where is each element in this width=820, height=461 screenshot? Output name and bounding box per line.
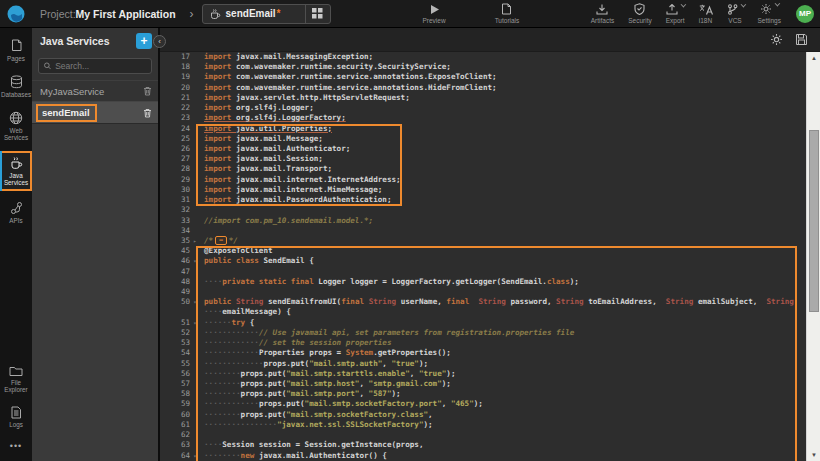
line-number[interactable]: 26 [160,144,190,154]
code-line[interactable]: 48····private static final Logger logger… [160,277,806,287]
line-number[interactable]: 23 [160,113,190,123]
code-line[interactable]: 18import com.wavemaker.runtime.security.… [160,62,806,72]
line-number[interactable]: 51 [160,318,190,328]
code-line[interactable]: 17import javax.mail.MessagingException; [160,52,806,62]
editor-settings-button[interactable] [770,33,783,46]
panel-collapse-button[interactable]: ‹ [153,35,166,48]
code-line[interactable]: 27import javax.mail.Session; [160,154,806,164]
line-number[interactable]: 55 [160,359,190,369]
line-number[interactable]: 47 [160,267,190,277]
editor-body[interactable]: 17import javax.mail.MessagingException;1… [160,52,820,461]
sidebar-item-databases[interactable]: Databases [0,72,32,101]
line-number[interactable]: 54 [160,348,190,358]
line-number[interactable]: 61 [160,420,190,430]
code-line[interactable]: 49 [160,287,806,297]
code-line[interactable]: 59············props.put("mail.smtp.socke… [160,399,806,409]
tab-sendemail[interactable]: sendEmail * [202,4,331,24]
fold-toggle-icon[interactable]: ▾ [190,256,200,266]
code-line[interactable]: 45@ExposeToClient [160,246,806,256]
code-line[interactable]: 55·············props.put("mail.smtp.auth… [160,359,806,369]
line-number[interactable]: 45 [160,246,190,256]
code-line[interactable]: 54············Properties props = System.… [160,348,806,358]
sidebar-item-logs[interactable]: Logs [0,403,32,431]
line-number[interactable]: 58 [160,389,190,399]
line-number[interactable]: 18 [160,62,190,72]
line-number[interactable]: 29 [160,175,190,185]
line-number[interactable]: 22 [160,103,190,113]
code-line[interactable]: 53············// set the session propert… [160,338,806,348]
folded-code-badge[interactable]: ⋯ [215,236,227,245]
code-line[interactable]: 62 [160,430,806,440]
line-number[interactable]: 31 [160,195,190,205]
code-line[interactable]: 51▾······try { [160,318,806,328]
fold-toggle-icon[interactable]: ▸ [190,236,200,246]
service-item-myjavaservice[interactable]: MyJavaService [32,80,158,101]
line-number[interactable]: 60 [160,410,190,420]
line-number[interactable]: 19 [160,72,190,82]
code-line[interactable]: 35▸/*⋯*/ [160,236,806,246]
sidebar-item-apis[interactable]: APIs [0,198,32,227]
code-line[interactable]: 46▾public class SendEmail { [160,256,806,266]
code-line[interactable]: 26import javax.mail.Authenticator; [160,144,806,154]
code-line[interactable]: 24import java.util.Properties; [160,124,806,134]
code-line[interactable]: 20import com.wavemaker.runtime.service.a… [160,83,806,93]
line-number[interactable]: 53 [160,338,190,348]
editor-scrollbar[interactable]: ▲ ▼ [806,52,820,461]
line-number[interactable]: 32 [160,205,190,215]
line-number[interactable]: 56 [160,369,190,379]
code-line[interactable]: 64▾········new javax.mail.Authenticator(… [160,451,806,461]
scrollbar-thumb[interactable] [809,130,820,312]
search-box[interactable] [38,58,152,74]
line-number[interactable]: 21 [160,93,190,103]
vcs-button[interactable]: VCS [727,4,744,24]
fold-toggle-icon[interactable]: ▾ [190,318,200,328]
fold-toggle-icon[interactable]: ▾ [190,451,200,461]
search-input[interactable] [55,61,146,71]
delete-icon[interactable] [143,86,152,96]
line-number[interactable]: 17 [160,52,190,62]
code-line[interactable]: 25import javax.mail.Message; [160,134,806,144]
line-number[interactable] [160,307,190,317]
sidebar-item-file-explorer[interactable]: File Explorer [0,362,32,396]
sidebar-item-web-services[interactable]: Web Services [0,108,32,144]
code-line[interactable]: 23import org.slf4j.LoggerFactory; [160,113,806,123]
code-line[interactable]: 50▾public String sendEmailfromUI(final S… [160,297,806,307]
code-line[interactable]: 60········props.put("mail.smtp.socketFac… [160,410,806,420]
tab-grid-icon[interactable] [306,5,330,23]
artifacts-button[interactable]: Artifacts [591,4,614,24]
line-number[interactable]: 46 [160,256,190,266]
line-number[interactable]: 57 [160,379,190,389]
i18n-button[interactable]: i18N [699,4,713,24]
code-line[interactable]: 34 [160,226,806,236]
line-number[interactable]: 34 [160,226,190,236]
save-button[interactable] [795,33,808,46]
project-breadcrumb[interactable]: Project:My First Application [40,8,176,20]
line-number[interactable]: 49 [160,287,190,297]
code-line[interactable]: 22import org.slf4j.Logger; [160,103,806,113]
user-avatar[interactable]: MP [796,5,814,23]
preview-button[interactable]: Preview [423,4,446,24]
export-button[interactable]: Export [666,4,685,24]
settings-button[interactable]: Settings [758,3,782,24]
code-line[interactable]: 63····Session session = Session.getInsta… [160,440,806,450]
code-line[interactable]: 28import javax.mail.Transport; [160,164,806,174]
line-number[interactable]: 35 [160,236,190,246]
service-item-sendemail[interactable]: sendEmail [32,101,158,124]
code-line[interactable]: 56········props.put("mail.smtp.starttls.… [160,369,806,379]
code-line[interactable]: ····emailMessage) { [160,307,806,317]
line-number[interactable]: 48 [160,277,190,287]
line-number[interactable]: 30 [160,185,190,195]
code-line[interactable]: 31import javax.mail.PasswordAuthenticati… [160,195,806,205]
sidebar-item-more[interactable]: ••• [0,438,32,454]
line-number[interactable]: 63 [160,440,190,450]
code-line[interactable]: 19import com.wavemaker.runtime.service.a… [160,72,806,82]
code-line[interactable]: 57········props.put("mail.smtp.host", "s… [160,379,806,389]
sidebar-item-pages[interactable]: Pages [0,36,32,65]
code-line[interactable]: 58········props.put("mail.smtp.port", "5… [160,389,806,399]
code-line[interactable]: 21import javax.servlet.http.HttpServletR… [160,93,806,103]
line-number[interactable]: 24 [160,124,190,134]
scroll-down-arrow[interactable]: ▼ [807,449,820,461]
line-number[interactable]: 64 [160,451,190,461]
code-line[interactable]: 52············// Use javamail api, set p… [160,328,806,338]
add-java-service-button[interactable]: + [136,33,152,49]
